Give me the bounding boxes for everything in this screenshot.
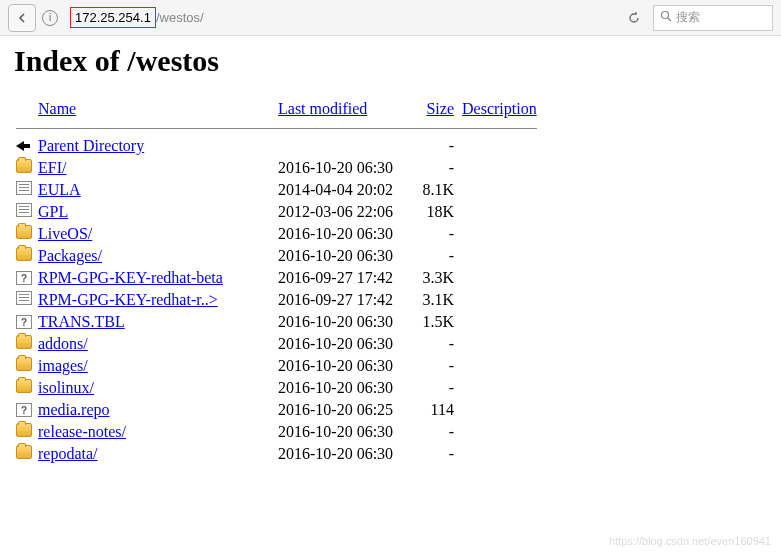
folder-icon bbox=[16, 159, 32, 173]
header-modified[interactable]: Last modified bbox=[278, 100, 367, 117]
folder-icon bbox=[16, 423, 32, 437]
browser-toolbar: i 172.25.254.1/westos/ 搜索 bbox=[0, 0, 781, 36]
unknown-icon: ? bbox=[16, 271, 32, 285]
text-icon bbox=[16, 203, 32, 217]
file-date: 2016-10-20 06:30 bbox=[276, 355, 416, 377]
file-date: 2016-10-20 06:25 bbox=[276, 399, 416, 421]
text-icon bbox=[16, 181, 32, 195]
header-size[interactable]: Size bbox=[426, 100, 454, 117]
file-date: 2016-10-20 06:30 bbox=[276, 443, 416, 465]
file-size: 1.5K bbox=[416, 311, 460, 333]
table-row: ?TRANS.TBL2016-10-20 06:301.5K bbox=[14, 311, 539, 333]
header-description[interactable]: Description bbox=[462, 100, 537, 117]
file-size: - bbox=[416, 135, 460, 157]
table-row: images/2016-10-20 06:30- bbox=[14, 355, 539, 377]
file-link[interactable]: addons/ bbox=[38, 335, 88, 352]
table-row: addons/2016-10-20 06:30- bbox=[14, 333, 539, 355]
file-date: 2014-04-04 20:02 bbox=[276, 179, 416, 201]
file-size: - bbox=[416, 355, 460, 377]
file-size: - bbox=[416, 377, 460, 399]
url-path: /westos/ bbox=[156, 10, 204, 25]
table-row: EFI/2016-10-20 06:30- bbox=[14, 157, 539, 179]
file-date: 2016-10-20 06:30 bbox=[276, 421, 416, 443]
svg-line-1 bbox=[668, 18, 671, 21]
folder-icon bbox=[16, 335, 32, 349]
search-placeholder: 搜索 bbox=[676, 9, 700, 26]
url-bar[interactable]: 172.25.254.1/westos/ bbox=[64, 5, 615, 31]
file-link[interactable]: release-notes/ bbox=[38, 423, 126, 440]
table-row: Packages/2016-10-20 06:30- bbox=[14, 245, 539, 267]
file-size: - bbox=[416, 223, 460, 245]
file-size: - bbox=[416, 443, 460, 465]
file-date: 2016-10-20 06:30 bbox=[276, 245, 416, 267]
file-link[interactable]: isolinux/ bbox=[38, 379, 94, 396]
page-title: Index of /westos bbox=[14, 44, 767, 78]
file-link[interactable]: EULA bbox=[38, 181, 81, 198]
file-date: 2016-10-20 06:30 bbox=[276, 223, 416, 245]
file-link[interactable]: images/ bbox=[38, 357, 88, 374]
svg-point-0 bbox=[662, 12, 669, 19]
file-size: 8.1K bbox=[416, 179, 460, 201]
file-size: 18K bbox=[416, 201, 460, 223]
url-host: 172.25.254.1 bbox=[70, 7, 156, 28]
file-link[interactable]: media.repo bbox=[38, 401, 110, 418]
search-icon bbox=[660, 10, 672, 25]
file-size: - bbox=[416, 333, 460, 355]
parent-icon bbox=[16, 141, 24, 151]
directory-listing: Name Last modified Size Description Pare… bbox=[14, 96, 539, 465]
file-date: 2012-03-06 22:06 bbox=[276, 201, 416, 223]
file-size: 3.1K bbox=[416, 289, 460, 311]
file-date: 2016-10-20 06:30 bbox=[276, 377, 416, 399]
file-date: 2016-10-20 06:30 bbox=[276, 311, 416, 333]
file-date: 2016-10-20 06:30 bbox=[276, 333, 416, 355]
file-size: - bbox=[416, 421, 460, 443]
table-row: ?media.repo2016-10-20 06:25114 bbox=[14, 399, 539, 421]
unknown-icon: ? bbox=[16, 315, 32, 329]
file-link[interactable]: EFI/ bbox=[38, 159, 66, 176]
folder-icon bbox=[16, 445, 32, 459]
reload-button[interactable] bbox=[621, 5, 647, 31]
table-row: release-notes/2016-10-20 06:30- bbox=[14, 421, 539, 443]
page-content: Index of /westos Name Last modified Size… bbox=[0, 36, 781, 473]
folder-icon bbox=[16, 225, 32, 239]
table-row: repodata/2016-10-20 06:30- bbox=[14, 443, 539, 465]
folder-icon bbox=[16, 357, 32, 371]
file-link[interactable]: TRANS.TBL bbox=[38, 313, 125, 330]
table-row: GPL2012-03-06 22:0618K bbox=[14, 201, 539, 223]
file-date: 2016-09-27 17:42 bbox=[276, 267, 416, 289]
file-size: - bbox=[416, 245, 460, 267]
file-link[interactable]: repodata/ bbox=[38, 445, 98, 462]
search-input[interactable]: 搜索 bbox=[653, 5, 773, 31]
file-link[interactable]: Parent Directory bbox=[38, 137, 144, 154]
back-button[interactable] bbox=[8, 4, 36, 32]
file-link[interactable]: RPM-GPG-KEY-redhat-beta bbox=[38, 269, 223, 286]
file-link[interactable]: LiveOS/ bbox=[38, 225, 92, 242]
text-icon bbox=[16, 291, 32, 305]
file-link[interactable]: Packages/ bbox=[38, 247, 102, 264]
folder-icon bbox=[16, 379, 32, 393]
unknown-icon: ? bbox=[16, 403, 32, 417]
file-date: 2016-09-27 17:42 bbox=[276, 289, 416, 311]
header-name[interactable]: Name bbox=[38, 100, 76, 117]
folder-icon bbox=[16, 247, 32, 261]
file-date bbox=[276, 135, 416, 157]
table-row: isolinux/2016-10-20 06:30- bbox=[14, 377, 539, 399]
info-icon[interactable]: i bbox=[42, 10, 58, 26]
watermark: https://blog.csdn.net/even160941 bbox=[609, 535, 771, 547]
file-link[interactable]: RPM-GPG-KEY-redhat-r..> bbox=[38, 291, 218, 308]
file-date: 2016-10-20 06:30 bbox=[276, 157, 416, 179]
file-size: 3.3K bbox=[416, 267, 460, 289]
table-row: ?RPM-GPG-KEY-redhat-beta2016-09-27 17:42… bbox=[14, 267, 539, 289]
table-row: RPM-GPG-KEY-redhat-r..>2016-09-27 17:423… bbox=[14, 289, 539, 311]
file-size: - bbox=[416, 157, 460, 179]
table-row: Parent Directory- bbox=[14, 135, 539, 157]
file-size: 114 bbox=[416, 399, 460, 421]
file-link[interactable]: GPL bbox=[38, 203, 68, 220]
table-row: EULA2014-04-04 20:028.1K bbox=[14, 179, 539, 201]
table-row: LiveOS/2016-10-20 06:30- bbox=[14, 223, 539, 245]
